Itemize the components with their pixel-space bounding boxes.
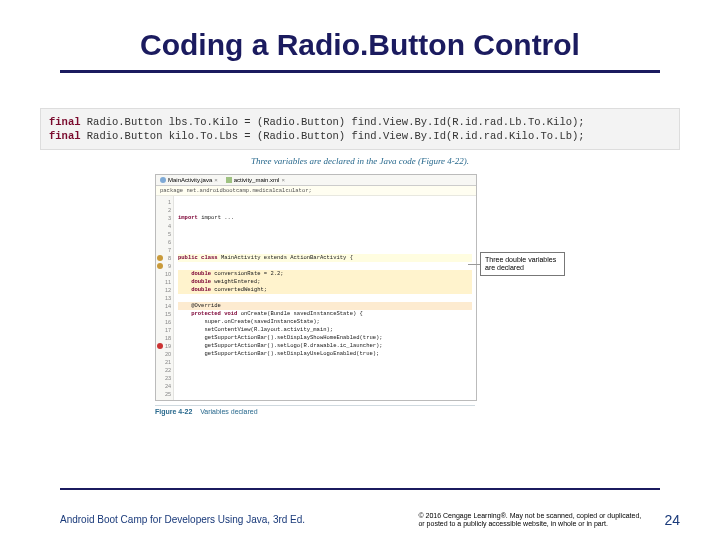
code-snippet-top: final Radio.Button lbs.To.Kilo = (Radio.… (40, 108, 680, 150)
close-icon: × (214, 177, 218, 183)
warning-marker-icon (157, 263, 163, 269)
package-line: package net.androidbootcamp.medicalcalcu… (156, 186, 476, 196)
page-title: Coding a Radio.Button Control (0, 0, 720, 62)
figure-label: Figure 4-22 (155, 408, 192, 415)
xml-file-icon (226, 177, 232, 183)
ide-tabs: MainActivity.java × activity_main.xml × (156, 175, 476, 186)
snippet-line-1: Radio.Button lbs.To.Kilo = (Radio.Button… (81, 116, 585, 128)
code-body: import import ... public class MainActiv… (174, 196, 476, 400)
caption-text: Three variables are declared in the Java… (0, 156, 720, 166)
page-number: 24 (664, 512, 680, 528)
ide-screenshot: MainActivity.java × activity_main.xml × … (155, 174, 477, 401)
warning-marker-icon (157, 255, 163, 261)
footer-copyright: © 2016 Cengage Learning®. May not be sca… (418, 512, 648, 528)
figure-caption: Figure 4-22 Variables declared (155, 405, 475, 415)
annotation-box: Three double variables are declared (480, 252, 565, 276)
error-marker-icon (157, 343, 163, 349)
close-icon: × (281, 177, 285, 183)
tab-label: MainActivity.java (168, 177, 212, 183)
title-rule (60, 70, 660, 73)
line-gutter: 1 2 3 4 5 6 7 8 9 10 11 12 13 14 15 16 1 (156, 196, 174, 400)
snippet-line-2: Radio.Button kilo.To.Lbs = (Radio.Button… (81, 130, 585, 142)
tab-label: activity_main.xml (234, 177, 280, 183)
java-file-icon (160, 177, 166, 183)
keyword-final: final (49, 130, 81, 142)
tab-activity-main-xml: activity_main.xml × (226, 177, 285, 183)
tab-main-activity: MainActivity.java × (160, 177, 218, 183)
figure-text: Variables declared (200, 408, 257, 415)
keyword-final: final (49, 116, 81, 128)
footer-book-title: Android Boot Camp for Developers Using J… (60, 512, 305, 525)
footer-rule (60, 488, 660, 490)
